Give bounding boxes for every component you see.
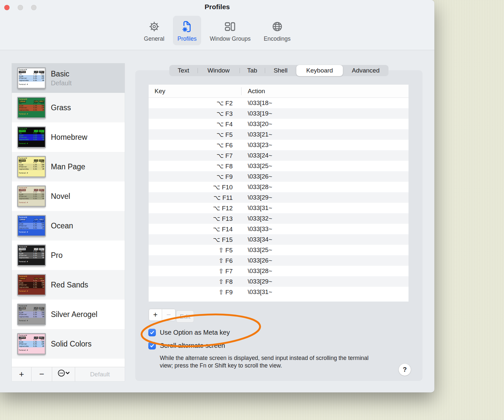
checkbox[interactable] <box>148 329 156 336</box>
profile-thumbnail: Terminal#COMMAND%CPURPRVTtop4.1%231KXcod… <box>17 97 46 118</box>
profile-thumbnail: Terminal#COMMAND%CPURPRVTtop4.1%231KXcod… <box>17 304 46 325</box>
thumbnail-terminal-preview: Terminal#COMMAND%CPURPRVTtop4.1%231KXcod… <box>18 275 45 295</box>
table-header: Key Action <box>149 85 409 98</box>
toolbar-item-encodings[interactable]: Encodings <box>259 16 295 45</box>
key-cell: ⌥ F2 <box>149 99 241 107</box>
key-cell: ⇧ F5 <box>149 246 241 254</box>
profile-row-red-sands[interactable]: Terminal#COMMAND%CPURPRVTtop4.1%231KXcod… <box>12 270 125 300</box>
gear-icon <box>148 19 160 34</box>
key-binding-row[interactable]: ⌥ F12\033[31~ <box>149 203 409 213</box>
toolbar-item-window-groups[interactable]: Window Groups <box>205 16 255 45</box>
key-cell: ⌥ F3 <box>149 110 241 117</box>
key-binding-row[interactable]: ⌥ F6\033[23~ <box>149 140 409 150</box>
tab-keyboard[interactable]: Keyboard <box>296 65 343 76</box>
key-cell: ⇧ F9 <box>149 288 241 296</box>
profile-name: Red Sands <box>51 281 88 289</box>
key-binding-row[interactable]: ⌥ F11\033[29~ <box>149 192 409 203</box>
window-toolbar: GeneralProfilesWindow GroupsEncodings <box>0 16 434 48</box>
ellipsis-circle-chevron-icon <box>56 368 71 380</box>
key-binding-row[interactable]: ⌥ F3\033[19~ <box>149 108 409 119</box>
tab-text[interactable]: Text <box>169 65 198 76</box>
column-header-key[interactable]: Key <box>149 88 241 95</box>
toolbar-item-profiles[interactable]: Profiles <box>173 16 201 45</box>
key-cell: ⇧ F7 <box>149 267 241 275</box>
key-binding-row[interactable]: ⌥ F13\033[32~ <box>149 213 409 224</box>
checkbox-row-scroll-alternate-screen[interactable]: Scroll alternate screen <box>148 339 230 352</box>
profile-row-grass[interactable]: Terminal#COMMAND%CPURPRVTtop4.1%231KXcod… <box>12 93 125 122</box>
thumbnail-terminal-preview: Terminal#COMMAND%CPURPRVTtop4.1%231KXcod… <box>18 186 45 206</box>
remove-key-button[interactable]: − <box>162 309 175 321</box>
profile-row-basic[interactable]: Terminal#COMMAND%CPURPRVTtop4.1%231KXcod… <box>12 63 125 93</box>
profile-thumbnail: Terminal#COMMAND%CPURPRVTtop4.1%231KXcod… <box>17 333 46 355</box>
toolbar-item-label: Window Groups <box>210 35 251 42</box>
key-binding-row[interactable]: ⇧ F5\033[25~ <box>149 245 409 255</box>
key-binding-row[interactable]: ⌥ F8\033[25~ <box>149 161 409 171</box>
profile-thumbnail: Terminal#COMMAND%CPURPRVTtop4.1%231KXcod… <box>17 126 46 148</box>
profile-name: Man Page <box>51 162 85 171</box>
set-default-button[interactable]: Default <box>75 367 125 381</box>
key-binding-row[interactable]: ⌥ F4\033[20~ <box>149 119 409 129</box>
key-binding-row[interactable]: ⌥ F2\033[18~ <box>149 98 409 108</box>
key-binding-row[interactable]: ⇧ F6\033[26~ <box>149 255 409 266</box>
profile-row-pro[interactable]: Terminal#COMMAND%CPURPRVTtop4.1%231KXcod… <box>12 241 125 270</box>
key-cell: ⌥ F7 <box>149 152 241 159</box>
thumbnail-terminal-preview: Terminal#COMMAND%CPURPRVTtop4.1%231KXcod… <box>18 334 45 354</box>
alternate-screen-help-text: While the alternate screen is displayed,… <box>160 354 383 369</box>
help-button[interactable]: ? <box>399 364 411 376</box>
key-binding-row[interactable]: ⌥ F5\033[21~ <box>149 129 409 140</box>
profile-row-novel[interactable]: Terminal#COMMAND%CPURPRVTtop4.1%231KXcod… <box>12 181 125 211</box>
sidebar-action-bar: + − Default <box>12 367 125 381</box>
key-binding-row[interactable]: ⇧ F7\033[28~ <box>149 266 409 276</box>
profile-row-ocean[interactable]: Terminal#COMMAND%CPURPRVTtop4.1%231KXcod… <box>12 211 125 241</box>
profile-thumbnail: Terminal#COMMAND%CPURPRVTtop4.1%231KXcod… <box>17 274 46 296</box>
profile-tabs: TextWindowTabShellKeyboardAdvanced <box>169 65 388 76</box>
checkbox-row-use-option-as-meta-key[interactable]: Use Option as Meta key <box>148 326 230 339</box>
thumbnail-terminal-preview: Terminal#COMMAND%CPURPRVTtop4.1%231KXcod… <box>18 216 45 236</box>
add-profile-button[interactable]: + <box>12 367 32 381</box>
remove-profile-button[interactable]: − <box>32 367 52 381</box>
tab-advanced[interactable]: Advanced <box>343 65 388 76</box>
action-cell: \033[26~ <box>241 173 272 180</box>
checkbox[interactable] <box>148 342 156 349</box>
key-binding-row[interactable]: ⌥ F9\033[26~ <box>149 171 409 182</box>
thumbnail-terminal-preview: Terminal#COMMAND%CPURPRVTtop4.1%231KXcod… <box>18 157 45 177</box>
key-cell: ⌥ F6 <box>149 141 241 149</box>
key-binding-row[interactable]: ⌥ F15\033[34~ <box>149 234 409 245</box>
window-title: Profiles <box>0 3 434 11</box>
thumbnail-terminal-preview: Terminal#COMMAND%CPURPRVTtop4.1%231KXcod… <box>18 68 45 88</box>
profile-row-homebrew[interactable]: Terminal#COMMAND%CPURPRVTtop4.1%231KXcod… <box>12 122 125 152</box>
profile-row-silver-aerogel[interactable]: Terminal#COMMAND%CPURPRVTtop4.1%231KXcod… <box>12 300 125 329</box>
key-binding-row[interactable]: ⌥ F14\033[33~ <box>149 224 409 234</box>
thumbnail-terminal-preview: Terminal#COMMAND%CPURPRVTtop4.1%231KXcod… <box>18 245 45 265</box>
tab-window[interactable]: Window <box>198 65 240 76</box>
key-binding-row[interactable]: ⌥ F7\033[24~ <box>149 150 409 161</box>
profile-name: Solid Colors <box>51 340 92 348</box>
key-binding-row[interactable]: ⇧ F9\033[31~ <box>149 287 409 297</box>
profile-list: Terminal#COMMAND%CPURPRVTtop4.1%231KXcod… <box>12 63 125 367</box>
column-divider[interactable] <box>241 87 242 95</box>
profile-name: Pro <box>51 251 63 260</box>
add-key-button[interactable]: + <box>149 309 162 321</box>
profile-name: Grass <box>51 103 71 112</box>
key-binding-row[interactable]: ⇧ F8\033[29~ <box>149 276 409 287</box>
action-cell: \033[29~ <box>241 194 272 201</box>
toolbar-item-label: Encodings <box>264 35 291 42</box>
table-edit-button-group: + − <box>149 309 176 321</box>
toolbar-item-general[interactable]: General <box>139 16 169 45</box>
profile-row-solid-colors[interactable]: Terminal#COMMAND%CPURPRVTtop4.1%231KXcod… <box>12 329 125 359</box>
toolbar-item-label: General <box>144 35 164 42</box>
profile-row-man-page[interactable]: Terminal#COMMAND%CPURPRVTtop4.1%231KXcod… <box>12 152 125 181</box>
key-cell: ⌥ F14 <box>149 225 241 233</box>
action-cell: \033[33~ <box>241 225 272 233</box>
column-header-action[interactable]: Action <box>241 88 265 95</box>
tab-tab[interactable]: Tab <box>240 65 265 76</box>
tab-shell[interactable]: Shell <box>265 65 296 76</box>
profile-name: Homebrew <box>51 133 87 142</box>
key-binding-row[interactable]: ⌥ F10\033[28~ <box>149 182 409 192</box>
keyboard-shortcuts-table: Key Action ⌥ F2\033[18~⌥ F3\033[19~⌥ F4\… <box>149 85 409 302</box>
edit-key-button[interactable]: Edit <box>176 310 194 323</box>
profile-thumbnail: Terminal#COMMAND%CPURPRVTtop4.1%231KXcod… <box>17 244 46 266</box>
action-cell: \033[29~ <box>241 278 272 285</box>
profile-actions-menu-button[interactable] <box>52 367 75 381</box>
thumbnail-terminal-preview: Terminal#COMMAND%CPURPRVTtop4.1%231KXcod… <box>18 304 45 324</box>
